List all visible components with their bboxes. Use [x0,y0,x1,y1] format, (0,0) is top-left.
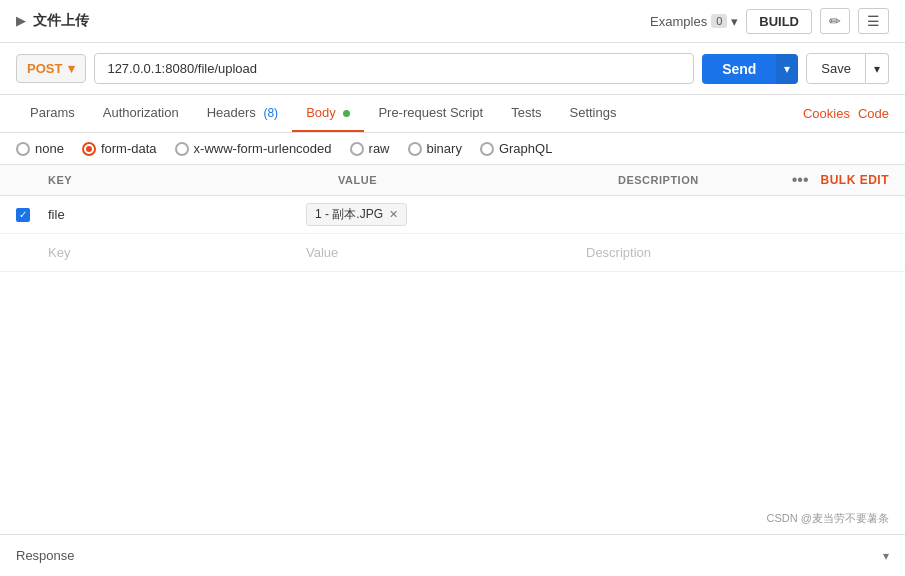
method-select[interactable]: POST ▾ [16,54,86,83]
col-header-key: KEY [48,174,338,186]
col-header-actions: ••• Bulk Edit [788,171,889,189]
kv-table: KEY VALUE DESCRIPTION ••• Bulk Edit file… [0,165,905,272]
body-type-binary-label: binary [427,141,462,156]
tab-params[interactable]: Params [16,95,89,132]
body-type-form-data-label: form-data [101,141,157,156]
tab-authorization[interactable]: Authorization [89,95,193,132]
col-header-value: VALUE [338,174,618,186]
body-type-none[interactable]: none [16,141,64,156]
watermark-text: CSDN @麦当劳不要薯条 [767,511,889,526]
more-options-button[interactable]: ••• [788,171,813,189]
method-chevron-icon: ▾ [68,61,75,76]
row-checkbox[interactable] [16,208,40,222]
radio-none[interactable] [16,142,30,156]
body-type-urlencoded-label: x-www-form-urlencoded [194,141,332,156]
table-row: file 1 - 副本.JPG ✕ [0,196,905,234]
save-chevron-icon: ▾ [874,62,880,76]
send-chevron-icon: ▾ [784,62,790,76]
body-type-row: none form-data x-www-form-urlencoded raw… [0,133,905,165]
send-group: Send ▾ [702,54,798,84]
body-active-dot [343,110,350,117]
examples-label: Examples [650,14,707,29]
body-type-none-label: none [35,141,64,156]
file-tag: 1 - 副本.JPG ✕ [306,203,407,226]
send-button[interactable]: Send [702,54,776,84]
body-type-form-data[interactable]: form-data [82,141,157,156]
desc-placeholder: Description [586,245,651,260]
empty-value[interactable]: Value [306,245,586,260]
response-label: Response [16,548,75,563]
cookies-link[interactable]: Cookies [803,106,850,121]
build-button[interactable]: BUILD [746,9,812,34]
radio-form-data[interactable] [82,142,96,156]
tab-body[interactable]: Body [292,95,364,132]
radio-urlencoded[interactable] [175,142,189,156]
empty-row: Key Value Description [0,234,905,272]
body-type-raw-label: raw [369,141,390,156]
tabs-right: Cookies Code [803,106,889,121]
send-dropdown-button[interactable]: ▾ [776,54,798,84]
method-label: POST [27,61,62,76]
empty-key[interactable]: Key [48,245,306,260]
body-type-graphql[interactable]: GraphQL [480,141,552,156]
response-bar: Response ▾ [0,534,905,576]
breadcrumb: ▶ 文件上传 [16,12,89,30]
tab-tests[interactable]: Tests [497,95,555,132]
tabs-left: Params Authorization Headers (8) Body Pr… [16,95,630,132]
empty-description[interactable]: Description [586,245,889,260]
pencil-icon: ✏ [829,13,841,29]
col-header-description: DESCRIPTION [618,174,788,186]
radio-binary[interactable] [408,142,422,156]
tab-settings[interactable]: Settings [556,95,631,132]
tab-pre-request[interactable]: Pre-request Script [364,95,497,132]
file-remove-button[interactable]: ✕ [389,208,398,221]
body-type-urlencoded[interactable]: x-www-form-urlencoded [175,141,332,156]
page-title: 文件上传 [33,12,89,30]
save-dropdown-button[interactable]: ▾ [866,53,889,84]
tabs-bar: Params Authorization Headers (8) Body Pr… [0,95,905,133]
bulk-edit-button[interactable]: Bulk Edit [821,173,890,187]
edit-icon-button[interactable]: ✏ [820,8,850,34]
tab-headers[interactable]: Headers (8) [193,95,292,132]
key-placeholder: Key [48,245,70,260]
top-bar: ▶ 文件上传 Examples 0 ▾ BUILD ✏ ☰ [0,0,905,43]
headers-badge: (8) [263,106,278,120]
comment-icon-button[interactable]: ☰ [858,8,889,34]
examples-button[interactable]: Examples 0 ▾ [650,14,738,29]
url-input[interactable] [94,53,694,84]
row-value: 1 - 副本.JPG ✕ [306,203,586,226]
radio-graphql[interactable] [480,142,494,156]
row-key: file [48,207,306,222]
body-type-raw[interactable]: raw [350,141,390,156]
top-bar-actions: Examples 0 ▾ BUILD ✏ ☰ [650,8,889,34]
file-tag-name: 1 - 副本.JPG [315,206,383,223]
response-chevron-icon[interactable]: ▾ [883,549,889,563]
arrow-icon: ▶ [16,14,25,28]
save-group: Save ▾ [806,53,889,84]
checkbox-file[interactable] [16,208,30,222]
body-type-graphql-label: GraphQL [499,141,552,156]
kv-table-header: KEY VALUE DESCRIPTION ••• Bulk Edit [0,165,905,196]
save-button[interactable]: Save [806,53,866,84]
comment-icon: ☰ [867,13,880,29]
body-type-binary[interactable]: binary [408,141,462,156]
code-link[interactable]: Code [858,106,889,121]
url-bar: POST ▾ Send ▾ Save ▾ [0,43,905,95]
chevron-down-icon: ▾ [731,14,738,29]
radio-raw[interactable] [350,142,364,156]
examples-badge: 0 [711,14,727,28]
value-placeholder: Value [306,245,338,260]
